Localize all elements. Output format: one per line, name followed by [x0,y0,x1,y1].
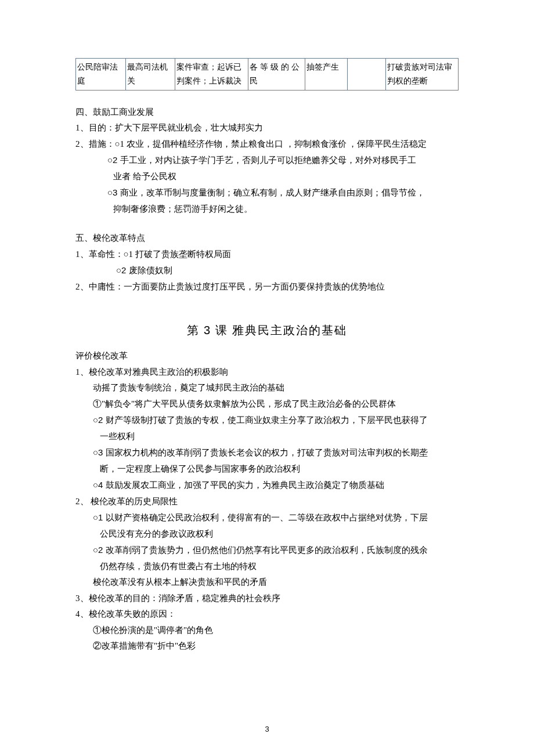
eval-1-e: ○4 鼓励发展农工商业，加强了平民的实力，为雅典民主政治奠定了物质基础 [75,478,459,493]
cell-effect: 打破贵族对司法审判权的垄断 [385,59,458,91]
lesson-title: 第 3 课 雅典民主政治的基础 [75,320,459,340]
eval-2-a-cont: 公民没有充分的参政议政权利 [75,527,459,542]
evaluation-section: 评价梭伦改革 1、梭伦改革对雅典民主政治的积极影响 动摇了贵族专制统治，奠定了城… [75,349,459,654]
cell-name: 公民陪审法庭 [76,59,126,91]
cell-nature: 最高司法机关 [125,59,175,91]
eval-1-c-cont: 一些权利 [75,429,459,444]
cell-blank [347,59,385,91]
section-5-point-1b: ○2 废除债奴制 [75,263,459,278]
title-number: 3 [204,324,211,337]
section-4-purpose: 1、目的：扩大下层平民就业机会，壮大城邦实力 [75,121,459,136]
eval-2-a: ○1 以财产资格确定公民政治权利，使得富有的一、二等级在政权中占据绝对优势，下层 [75,510,459,526]
eval-2-b-cont: 仍然存续，贵族仍有世袭占有土地的特权 [75,559,459,574]
eval-4-heading: 4、梭伦改革失败的原因： [75,607,459,622]
eval-4-a: ①梭伦扮演的是"调停者"的角色 [75,623,459,638]
eval-3: 3、梭伦改革的目的：消除矛盾，稳定雅典的社会秩序 [75,591,459,606]
eval-1-c: ○2 财产等级制打破了贵族的专权，使工商业奴隶主分享了政治权力，下层平民也获得了 [75,413,459,428]
eval-heading: 评价梭伦改革 [75,349,459,364]
eval-1-d-cont: 断，一定程度上确保了公民参与国家事务的政治权利 [75,462,459,477]
section-5-point-1: 1、革命性：○1 打破了贵族垄断特权局面 [75,247,459,262]
eval-1-heading: 1、梭伦改革对雅典民主政治的积极影响 [75,365,459,380]
section-5-point-2: 2、中庸性：一方面要防止贵族过度打压平民，另一方面仍要保持贵族的优势地位 [75,280,459,295]
table-row: 公民陪审法庭 最高司法机关 案件审查；起诉已判案件；上诉裁决 各等级的公民 抽签… [76,59,459,91]
cell-function: 案件审查；起诉已判案件；上诉裁决 [175,59,248,91]
text: ○4 鼓励发展农工商业，加强了平民的实力，为雅典民主政治奠定了物质基础 [93,480,384,490]
section-4-heading: 四、鼓励工商业发展 [75,105,459,120]
section-4-measure-2-cont: 业者 给予公民权 [75,169,459,185]
text: ○2 改革削弱了贵族势力，但仍然他们仍然享有比平民更多的政治权利，氏族制度的残余 [93,545,428,555]
section-5-heading: 五、梭伦改革特点 [75,231,459,246]
title-suffix: 课 雅典民主政治的基础 [211,324,347,337]
section-4-measure-2: ○2 手工业，对内让孩子学门手艺，否则儿子可以拒绝赡养父母，对外对移民手工 [75,153,459,168]
eval-1-a: 动摇了贵族专制统治，奠定了城邦民主政治的基础 [75,381,459,396]
text: ○3 商业，改革币制与度量衡制；确立私有制，成人财产继承自由原则；倡导节俭， [107,187,425,197]
eval-2-heading: 2、 梭伦改革的历史局限性 [75,494,459,509]
cell-method: 抽签产生 [305,59,347,91]
section-4-measure-1: 2、措施：○1 农业，提倡种植经济作物，禁止粮食出口 ，抑制粮食涨价 ，保障平民… [75,137,459,152]
text: ○2 手工业，对内让孩子学门手艺，否则儿子可以拒绝赡养父母，对外对移民手工 [107,155,416,165]
text: ○2 废除债奴制 [116,265,172,275]
eval-2-c: 梭伦改革没有从根本上解决贵族和平民的矛盾 [75,575,459,590]
summary-table: 公民陪审法庭 最高司法机关 案件审查；起诉已判案件；上诉裁决 各等级的公民 抽签… [75,58,459,91]
eval-4-b: ②改革措施带有"折中"色彩 [75,639,459,654]
page-number: 3 [0,723,534,736]
title-prefix: 第 [187,324,204,337]
section-4-measure-3: ○3 商业，改革币制与度量衡制；确立私有制，成人财产继承自由原则；倡导节俭， [75,185,459,201]
text: ○1 以财产资格确定公民政治权利，使得富有的一、二等级在政权中占据绝对优势，下层 [93,512,428,522]
cell-member: 各等级的公民 [248,59,305,91]
section-4-measure-3-cont: 抑制奢侈浪费；惩罚游手好闲之徒。 [75,202,459,217]
eval-1-b: ①"解负令"将广大平民从债务奴隶解放为公民，形成了民主政治必备的公民群体 [75,397,459,412]
text: ○2 财产等级制打破了贵族的专权，使工商业奴隶主分享了政治权力，下层平民也获得了 [93,415,428,425]
text: ○3 国家权力机构的改革削弱了贵族长老会议的权力，打破了贵族对司法审判权的长期垄 [93,447,428,457]
eval-1-d: ○3 国家权力机构的改革削弱了贵族长老会议的权力，打破了贵族对司法审判权的长期垄 [75,445,459,461]
eval-2-b: ○2 改革削弱了贵族势力，但仍然他们仍然享有比平民更多的政治权利，氏族制度的残余 [75,542,459,558]
section-5: 五、梭伦改革特点 1、革命性：○1 打破了贵族垄断特权局面 ○2 废除债奴制 2… [75,231,459,294]
section-4: 四、鼓励工商业发展 1、目的：扩大下层平民就业机会，壮大城邦实力 2、措施：○1… [75,105,459,217]
